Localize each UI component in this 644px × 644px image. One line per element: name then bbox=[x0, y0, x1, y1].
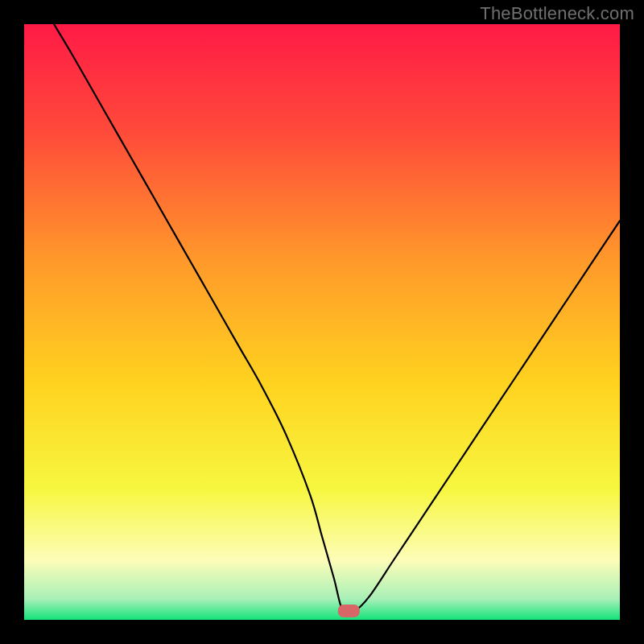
chart-svg bbox=[24, 24, 620, 620]
watermark-text: TheBottleneck.com bbox=[480, 3, 634, 24]
plot-area bbox=[24, 24, 620, 620]
chart-frame: TheBottleneck.com bbox=[0, 0, 644, 644]
gradient-background bbox=[24, 24, 620, 620]
minimum-marker bbox=[338, 605, 359, 617]
